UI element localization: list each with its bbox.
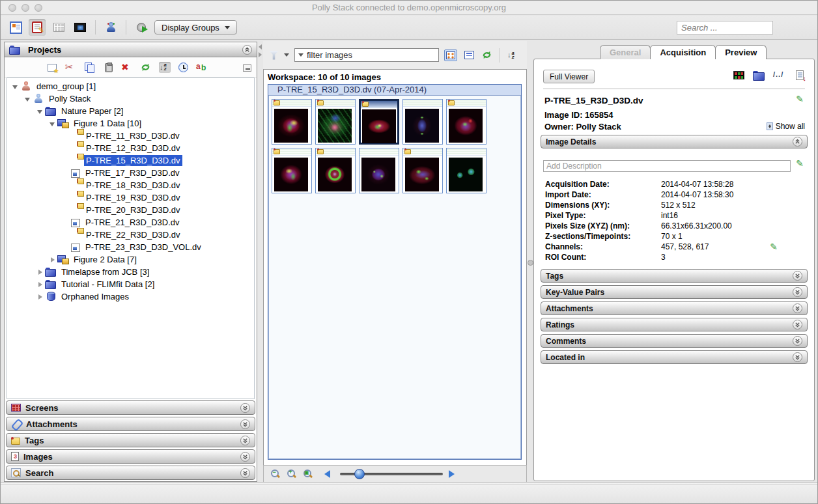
metadata-section-header[interactable]: Comments (541, 334, 808, 348)
display-groups-button[interactable]: Display Groups (154, 20, 237, 35)
metadata-tab[interactable]: Acquisition (650, 45, 716, 59)
tree-expander[interactable] (61, 181, 70, 190)
sort-thumbnails-button[interactable]: ↓az (507, 51, 515, 59)
tree-row[interactable]: demo_group [1] (7, 80, 254, 92)
tree-expander[interactable] (36, 268, 45, 277)
cut-button[interactable] (64, 62, 76, 73)
tree-expander[interactable] (61, 243, 70, 252)
user-button[interactable] (102, 19, 119, 36)
accordion-section-header[interactable]: Attachments (6, 417, 255, 431)
tree-row[interactable]: P-TRE_17_R3D_D3D.dv (7, 167, 254, 179)
tree-expander[interactable] (61, 193, 70, 203)
editor-view-button[interactable] (29, 19, 46, 36)
edit-name-pencil-icon[interactable]: ✎ (796, 94, 804, 104)
full-viewer-button[interactable]: Full Viewer (543, 70, 595, 83)
browser-view-button[interactable] (7, 19, 24, 36)
expand-section-button[interactable] (793, 303, 802, 313)
right-splitter[interactable] (527, 41, 533, 483)
accordion-section-header[interactable]: Search (6, 466, 255, 480)
tree-row[interactable]: Figure 2 Data [7] (7, 253, 254, 266)
sort-by-date-button[interactable] (178, 63, 188, 72)
tree-row[interactable]: Tutorial - FLIMfit Data [2] (7, 278, 254, 290)
thumbnail-cell[interactable] (359, 99, 399, 145)
thumbnail-cell[interactable] (315, 148, 356, 193)
metadata-section-header[interactable]: Located in (541, 350, 808, 364)
tree-expander[interactable] (61, 206, 70, 215)
zoom-fit-icon[interactable]: ▣ (303, 469, 313, 479)
left-splitter[interactable] (257, 42, 263, 482)
tree-expander[interactable] (48, 255, 57, 264)
copy-button[interactable] (84, 62, 96, 73)
accordion-section-header[interactable]: Screens (6, 400, 255, 415)
tree-expander[interactable] (61, 169, 70, 178)
zoom-out-icon[interactable]: − (270, 469, 281, 479)
tree-row[interactable]: P-TRE_19_R3D_D3D.dv (7, 191, 254, 204)
tree-row[interactable]: Timelapse from JCB [3] (7, 266, 254, 278)
global-search-input[interactable] (677, 21, 773, 35)
thumbnail-cell[interactable] (315, 99, 356, 145)
tree-expander[interactable] (61, 144, 70, 153)
split-channels-icon[interactable] (733, 71, 744, 79)
importer-button[interactable] (133, 19, 150, 36)
sort-by-name-button[interactable] (196, 62, 208, 73)
expand-section-button[interactable] (240, 468, 250, 478)
tree-expander[interactable] (61, 231, 70, 240)
tree-expander[interactable] (61, 132, 70, 141)
expand-section-button[interactable] (240, 419, 250, 429)
thumbnail-cell[interactable] (272, 148, 312, 193)
expand-section-button[interactable] (793, 352, 802, 362)
metadata-section-header[interactable]: Tags (541, 269, 808, 283)
expand-section-button[interactable] (240, 452, 250, 462)
filter-menu-chevron-icon[interactable] (284, 53, 289, 57)
metadata-section-header[interactable]: Ratings (541, 318, 808, 331)
tree-expander[interactable] (36, 107, 45, 116)
tree-row[interactable]: P-TRE_22_R3D_D3D.dv (7, 229, 254, 241)
move-to-folder-icon[interactable] (753, 70, 765, 80)
tree-expander[interactable] (61, 218, 70, 227)
thumbnail-cell[interactable] (402, 148, 443, 193)
tree-row[interactable]: P-TRE_15_R3D_D3D.dv (7, 154, 254, 167)
accordion-section-header[interactable]: Tags (6, 433, 255, 447)
refresh-button[interactable] (140, 62, 151, 73)
paste-button[interactable] (105, 63, 113, 72)
add-description-input[interactable] (543, 160, 791, 172)
filter-icon[interactable] (269, 51, 279, 60)
thumbnail-cell[interactable] (272, 99, 312, 145)
filter-images-input[interactable] (307, 50, 435, 60)
tree-expander[interactable] (61, 156, 70, 165)
tree-row[interactable]: Polly Stack (7, 92, 254, 105)
tree-row[interactable]: P-TRE_12_R3D_D3D.dv (7, 142, 254, 154)
tree-expander[interactable] (11, 82, 20, 91)
thumbnail-cell[interactable] (446, 148, 487, 193)
metadata-section-header[interactable]: Attachments (541, 301, 808, 315)
zoom-in-icon[interactable]: + (287, 469, 297, 479)
tree-row[interactable]: P-TRE_20_R3D_D3D.dv (7, 204, 254, 216)
tree-row[interactable]: P-TRE_23_R3D_D3D_VOL.dv (7, 241, 254, 253)
screen-view-button[interactable] (72, 19, 89, 36)
collapse-panel-button[interactable] (242, 45, 252, 55)
expand-section-button[interactable] (793, 287, 802, 297)
projects-panel-header[interactable]: Projects (5, 42, 257, 57)
slider-right-arrow[interactable] (449, 470, 455, 478)
grid-view-button[interactable] (50, 19, 67, 36)
refresh-thumbnails-button[interactable] (481, 49, 492, 61)
sort-alpha-button[interactable]: ↓az (159, 62, 171, 73)
collapse-details-button[interactable] (793, 137, 802, 147)
metadata-section-header[interactable]: Key-Value Pairs (541, 285, 808, 299)
magnification-slider[interactable] (340, 469, 443, 479)
slider-knob[interactable] (354, 469, 365, 479)
thumbnail-view-button[interactable] (444, 49, 457, 61)
accordion-section-header[interactable]: Images (6, 449, 255, 464)
metadata-tab[interactable]: Preview (715, 45, 767, 59)
download-icon[interactable] (796, 70, 804, 80)
thumbnail-cell[interactable] (359, 148, 399, 193)
expand-section-button[interactable] (240, 403, 250, 413)
tree-row[interactable]: Figure 1 Data [10] (7, 117, 254, 130)
tree-row[interactable]: P-TRE_11_R3D_D3D.dv (7, 130, 254, 142)
expand-section-button[interactable] (793, 271, 802, 281)
filter-combo[interactable] (294, 48, 439, 62)
tree-expander[interactable] (48, 119, 57, 128)
expand-section-button[interactable] (793, 336, 802, 346)
dataset-frame-title[interactable]: P-TRE_15_R3D_D3D.dv (07-Apr-2014) (268, 85, 521, 96)
collapse-all-button[interactable] (243, 64, 251, 72)
